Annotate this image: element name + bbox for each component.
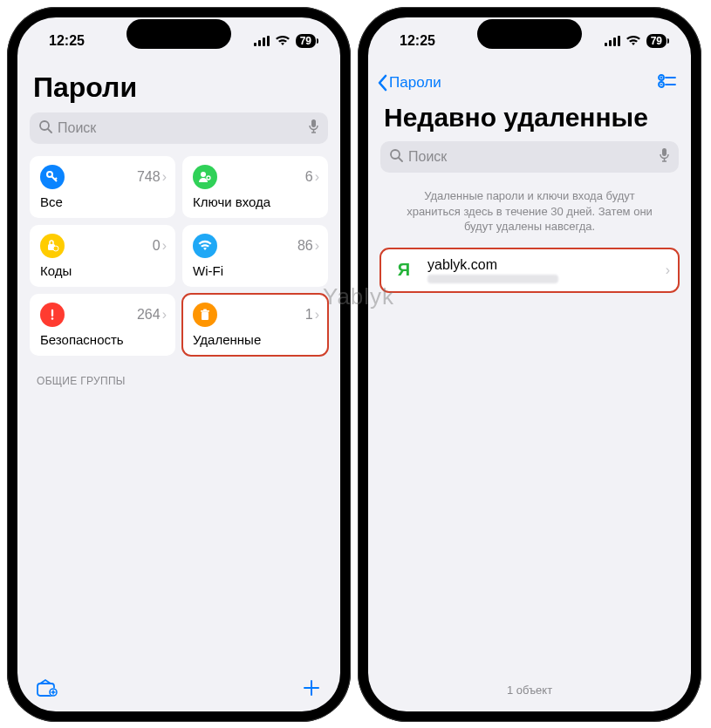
tile-label: Коды — [40, 263, 167, 278]
status-time: 12:25 — [49, 33, 85, 49]
svg-point-15 — [53, 246, 58, 251]
lock-clock-icon — [40, 234, 65, 258]
microphone-icon[interactable] — [308, 119, 319, 138]
wifi-icon — [626, 36, 641, 46]
tile-codes[interactable]: 0› Коды — [30, 225, 175, 287]
svg-rect-18 — [202, 312, 209, 320]
section-header-shared-groups: ОБЩИЕ ГРУППЫ — [30, 356, 328, 392]
cellular-signal-icon — [605, 36, 620, 46]
svg-rect-0 — [254, 43, 256, 46]
tile-passkeys[interactable]: 6› Ключи входа — [182, 156, 328, 218]
iphone-frame-right: 12:25 79 Пароли Недавно удаленные — [358, 7, 701, 722]
chevron-right-icon: › — [162, 307, 167, 323]
tile-label: Удаленные — [193, 332, 319, 347]
chevron-right-icon: › — [315, 238, 319, 254]
svg-rect-2 — [263, 37, 265, 46]
deleted-password-row[interactable]: Я yablyk.com › — [380, 248, 679, 292]
microphone-icon[interactable] — [659, 147, 670, 167]
page-title: Недавно удаленные — [380, 96, 679, 141]
nav-bar: Пароли — [368, 65, 691, 96]
chevron-right-icon: › — [162, 238, 167, 254]
wifi-icon — [193, 234, 217, 258]
page-title: Пароли — [30, 65, 328, 112]
tile-label: Wi-Fi — [193, 263, 319, 278]
tile-label: Все — [40, 194, 167, 209]
svg-rect-29 — [609, 40, 612, 46]
svg-rect-20 — [203, 310, 207, 311]
status-time: 12:25 — [400, 33, 435, 49]
bottom-toolbar — [17, 671, 340, 711]
search-placeholder: Поиск — [58, 120, 303, 136]
back-button[interactable]: Пароли — [377, 74, 441, 92]
search-placeholder: Поиск — [408, 149, 653, 165]
dynamic-island — [477, 19, 582, 49]
search-icon — [389, 148, 403, 166]
svg-point-13 — [207, 176, 210, 180]
svg-rect-30 — [613, 37, 616, 46]
svg-point-12 — [201, 172, 206, 177]
cellular-signal-icon — [254, 36, 270, 46]
new-shared-group-button[interactable] — [37, 678, 59, 701]
person-key-icon — [193, 165, 217, 189]
alert-icon — [40, 303, 65, 327]
svg-rect-28 — [605, 43, 607, 46]
tile-security[interactable]: 264› Безопасность — [30, 294, 175, 356]
chevron-right-icon: › — [162, 169, 167, 185]
trash-icon — [193, 303, 217, 327]
svg-rect-6 — [311, 119, 316, 127]
svg-rect-3 — [267, 36, 270, 46]
object-count: 1 объект — [387, 684, 672, 697]
search-icon — [38, 119, 52, 137]
key-icon — [40, 165, 65, 189]
svg-line-38 — [399, 158, 402, 161]
row-title: yablyk.com — [427, 257, 655, 273]
svg-line-11 — [55, 178, 57, 180]
svg-line-5 — [48, 129, 51, 133]
svg-rect-19 — [201, 310, 209, 312]
svg-point-17 — [51, 317, 54, 320]
iphone-frame-left: 12:25 79 Пароли Поиск — [7, 7, 351, 722]
row-subtitle-redacted — [427, 275, 558, 283]
tile-label: Безопасность — [40, 332, 167, 347]
tile-wifi[interactable]: 86› Wi-Fi — [182, 225, 328, 287]
chevron-right-icon: › — [666, 262, 670, 278]
site-favicon: Я — [391, 257, 417, 283]
tile-deleted[interactable]: 1› Удаленные — [182, 294, 328, 356]
tile-all[interactable]: 748› Все — [30, 156, 175, 218]
chevron-right-icon: › — [315, 169, 319, 185]
svg-rect-39 — [662, 148, 667, 156]
back-label: Пароли — [389, 74, 441, 92]
info-text: Удаленные пароли и ключи входа будут хра… — [380, 185, 679, 248]
screen-left: 12:25 79 Пароли Поиск — [17, 17, 340, 711]
battery-indicator: 79 — [296, 34, 316, 48]
add-button[interactable] — [302, 678, 321, 701]
bottom-toolbar: 1 объект — [368, 671, 691, 711]
svg-rect-1 — [258, 40, 261, 46]
search-input[interactable]: Поиск — [380, 141, 679, 173]
chevron-right-icon: › — [315, 307, 319, 323]
dynamic-island — [126, 19, 231, 49]
category-grid: 748› Все 6› Ключи входа — [30, 156, 328, 356]
battery-indicator: 79 — [646, 34, 667, 48]
screen-right: 12:25 79 Пароли Недавно удаленные — [368, 17, 691, 711]
wifi-icon — [275, 36, 291, 46]
svg-rect-31 — [618, 36, 620, 46]
search-input[interactable]: Поиск — [30, 112, 328, 144]
tile-label: Ключи входа — [193, 194, 319, 209]
sort-options-button[interactable] — [658, 73, 677, 92]
